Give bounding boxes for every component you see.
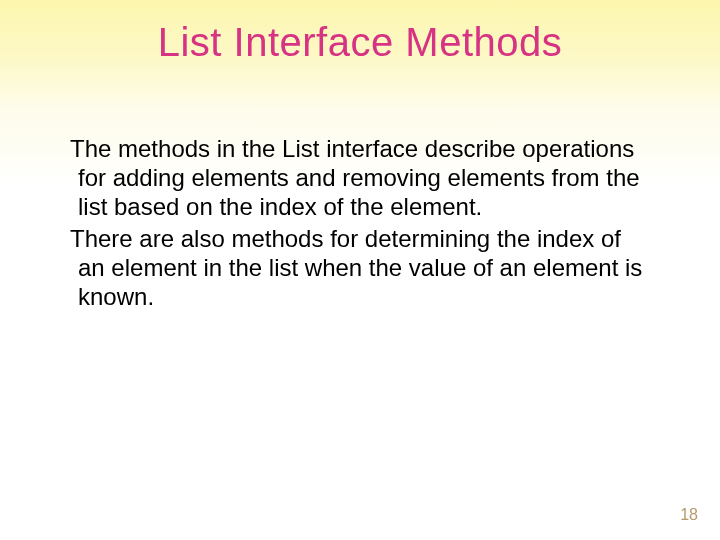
page-number: 18 <box>680 506 698 524</box>
slide-title: List Interface Methods <box>0 20 720 65</box>
body-paragraph: The methods in the List interface descri… <box>70 135 650 221</box>
slide: List Interface Methods The methods in th… <box>0 0 720 540</box>
body-paragraph: There are also methods for determining t… <box>70 225 650 311</box>
slide-body: The methods in the List interface descri… <box>70 135 650 316</box>
